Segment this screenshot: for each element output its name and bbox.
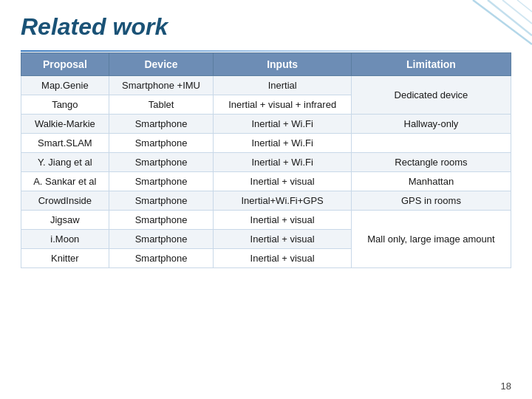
- table-row: CrowdInsideSmartphoneInertial+Wi.Fi+GPSG…: [21, 191, 511, 211]
- cell-limitation: [351, 134, 511, 153]
- table-row: JigsawSmartphoneInertial + visualMall on…: [21, 211, 511, 230]
- slide-page: Related work Proposal Device Inputs Limi…: [0, 0, 532, 399]
- cell-proposal: Tango: [21, 95, 109, 115]
- cell-proposal: CrowdInside: [21, 191, 109, 211]
- col-device: Device: [109, 53, 214, 76]
- cell-inputs: Inertial + visual: [214, 249, 352, 268]
- related-work-table: Proposal Device Inputs Limitation Map.Ge…: [21, 52, 511, 268]
- cell-limitation: Manhattan: [351, 172, 511, 191]
- table-row: A. Sankar et alSmartphoneInertial + visu…: [21, 172, 511, 191]
- cell-inputs: Inertial + visual: [214, 230, 352, 249]
- cell-limitation: Mall only, large image amount: [351, 211, 511, 268]
- page-title: Related work: [21, 13, 511, 41]
- svg-line-3: [517, 0, 532, 12]
- cell-device: Smartphone: [109, 230, 214, 249]
- cell-limitation: Hallway-only: [351, 115, 511, 134]
- cell-inputs: Inertial + visual: [214, 211, 352, 230]
- cell-proposal: A. Sankar et al: [21, 172, 109, 191]
- col-inputs: Inputs: [214, 53, 352, 76]
- cell-proposal: Map.Genie: [21, 76, 109, 95]
- cell-device: Smartphone: [109, 153, 214, 172]
- cell-inputs: Inertial + Wi.Fi: [214, 134, 352, 153]
- cell-device: Smartphone: [109, 249, 214, 268]
- cell-inputs: Inertial + visual + infrared: [214, 95, 352, 115]
- cell-inputs: Inertial + Wi.Fi: [214, 153, 352, 172]
- cell-device: Smartphone: [109, 172, 214, 191]
- table-row: Map.GenieSmartphone +IMUInertialDedicate…: [21, 76, 511, 95]
- cell-device: Smartphone: [109, 191, 214, 211]
- table-row: Y. Jiang et alSmartphoneInertial + Wi.Fi…: [21, 153, 511, 172]
- cell-proposal: Jigsaw: [21, 211, 109, 230]
- cell-limitation: Rectangle rooms: [351, 153, 511, 172]
- cell-inputs: Inertial + visual: [214, 172, 352, 191]
- cell-limitation: GPS in rooms: [351, 191, 511, 211]
- table-header-row: Proposal Device Inputs Limitation: [21, 53, 511, 76]
- cell-proposal: Y. Jiang et al: [21, 153, 109, 172]
- col-limitation: Limitation: [351, 53, 511, 76]
- cell-proposal: Smart.SLAM: [21, 134, 109, 153]
- cell-inputs: Inertial: [214, 76, 352, 95]
- cell-device: Smartphone +IMU: [109, 76, 214, 95]
- cell-device: Tablet: [109, 95, 214, 115]
- cell-device: Smartphone: [109, 115, 214, 134]
- col-proposal: Proposal: [21, 53, 109, 76]
- table-row: Walkie-MarkieSmartphoneInertial + Wi.FiH…: [21, 115, 511, 134]
- cell-device: Smartphone: [109, 134, 214, 153]
- title-underline: [21, 50, 511, 52]
- cell-device: Smartphone: [109, 211, 214, 230]
- cell-limitation: Dedicated device: [351, 76, 511, 115]
- page-number: 18: [501, 381, 511, 392]
- cell-proposal: Walkie-Markie: [21, 115, 109, 134]
- cell-inputs: Inertial+Wi.Fi+GPS: [214, 191, 352, 211]
- cell-inputs: Inertial + Wi.Fi: [214, 115, 352, 134]
- cell-proposal: i.Moon: [21, 230, 109, 249]
- cell-proposal: Knitter: [21, 249, 109, 268]
- table-row: Smart.SLAMSmartphoneInertial + Wi.Fi: [21, 134, 511, 153]
